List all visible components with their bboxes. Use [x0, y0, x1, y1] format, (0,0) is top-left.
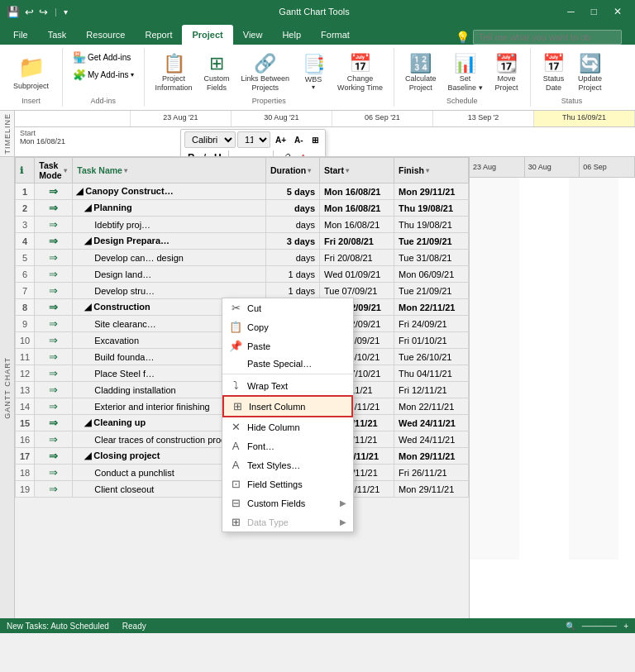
finish-date-cell[interactable]: Thu 19/08/21	[394, 217, 469, 233]
tab-task[interactable]: Task	[38, 25, 77, 45]
finish-date-cell[interactable]: Wed 24/11/21	[394, 415, 469, 431]
finish-date-cell[interactable]: Tue 26/10/21	[394, 349, 469, 365]
tab-file[interactable]: File	[3, 25, 38, 45]
table-row[interactable]: 5⇒Develop can… designdaysFri 20/08/21Tue…	[16, 250, 469, 266]
th-task-name[interactable]: Task Name ▾	[73, 158, 266, 183]
start-date-cell[interactable]: Fri 20/08/21	[320, 250, 394, 266]
finish-date-cell[interactable]: Mon 22/11/21	[394, 299, 469, 316]
project-info-button[interactable]: 📋 ProjectInformation	[151, 50, 197, 95]
finish-date-cell[interactable]: Mon 29/11/21	[394, 481, 469, 498]
duration-cell[interactable]: 1 days	[266, 266, 320, 283]
tab-format[interactable]: Format	[311, 25, 360, 45]
finish-date-cell[interactable]: Thu 04/11/21	[394, 365, 469, 382]
start-date-cell[interactable]: Mon 16/08/21	[320, 183, 394, 200]
underline-button[interactable]: U	[211, 150, 225, 156]
menu-item-field_settings[interactable]: ⊡Field Settings	[222, 474, 353, 493]
duration-cell[interactable]: 3 days	[266, 233, 320, 250]
menu-item-text_styles[interactable]: AText Styles…	[222, 455, 353, 474]
format-more-button[interactable]: ⊞	[308, 131, 322, 148]
finish-date-cell[interactable]: Wed 24/11/21	[394, 431, 469, 448]
italic-button[interactable]: I	[200, 150, 209, 156]
table-row[interactable]: 4⇒◢ Design Prepara…3 daysFri 20/08/21Tue…	[16, 233, 469, 250]
finish-date-cell[interactable]: Thu 19/08/21	[394, 200, 469, 217]
font-size-select[interactable]: 11	[237, 131, 270, 148]
align-center-button[interactable]: ≡	[246, 150, 257, 156]
finish-date-cell[interactable]: Fri 26/11/21	[394, 465, 469, 481]
start-date-cell[interactable]: Fri 20/08/21	[320, 233, 394, 250]
th-finish[interactable]: Finish ▾	[394, 158, 469, 183]
menu-item-cut[interactable]: ✂Cut	[222, 298, 353, 317]
menu-item-custom_fields[interactable]: ⊟Custom Fields▶	[222, 493, 353, 512]
tell-me-area[interactable]: 💡	[446, 30, 632, 45]
duration-cell[interactable]: 5 days	[266, 183, 320, 200]
tab-report[interactable]: Report	[135, 25, 182, 45]
restore-button[interactable]: □	[585, 4, 604, 19]
bold-button[interactable]: B	[184, 150, 198, 156]
task-name-cell[interactable]: ◢ Design Prepara…	[73, 233, 266, 250]
finish-date-cell[interactable]: Mon 22/11/21	[394, 398, 469, 415]
start-date-cell[interactable]: Mon 16/08/21	[320, 217, 394, 233]
th-duration[interactable]: Duration ▾	[266, 158, 320, 183]
redo-icon[interactable]: ↪	[39, 6, 48, 18]
subproject-button[interactable]: 📁 Subproject	[7, 51, 55, 94]
task-name-cell[interactable]: ◢ Planning	[73, 200, 266, 217]
task-name-cell[interactable]: ◢ Canopy Construct…	[73, 183, 266, 200]
finish-date-cell[interactable]: Tue 21/09/21	[394, 283, 469, 299]
custom-fields-button[interactable]: ⊞ CustomFields	[200, 50, 234, 95]
menu-item-hide_column[interactable]: ✕Hide Column	[222, 417, 353, 436]
task-name-cell[interactable]: Develop stru…	[73, 283, 266, 299]
table-row[interactable]: 7⇒Develop stru…1 daysTue 07/09/21Tue 21/…	[16, 283, 469, 299]
finish-date-cell[interactable]: Fri 12/11/21	[394, 382, 469, 398]
th-start[interactable]: Start ▾	[320, 158, 394, 183]
table-row[interactable]: 2⇒◢ PlanningdaysMon 16/08/21Thu 19/08/21	[16, 200, 469, 217]
menu-item-insert_column[interactable]: ⊞Insert Column	[222, 395, 353, 417]
save-icon[interactable]: 💾	[7, 6, 20, 18]
table-row[interactable]: 1⇒◢ Canopy Construct…5 daysMon 16/08/21M…	[16, 183, 469, 200]
finish-date-cell[interactable]: Mon 29/11/21	[394, 183, 469, 200]
duration-cell[interactable]: days	[266, 200, 320, 217]
set-baseline-button[interactable]: 📊 SetBaseline ▾	[443, 50, 486, 95]
undo-icon[interactable]: ↩	[25, 6, 34, 18]
finish-date-cell[interactable]: Fri 24/09/21	[394, 316, 469, 332]
finish-date-cell[interactable]: Mon 29/11/21	[394, 448, 469, 465]
move-project-button[interactable]: 📆 MoveProject	[490, 50, 523, 95]
menu-item-font[interactable]: AFont…	[222, 436, 353, 455]
dropdown-arrow[interactable]: ▾	[64, 7, 68, 17]
finish-date-cell[interactable]: Tue 21/09/21	[394, 233, 469, 250]
wbs-button[interactable]: 📑 WBS ▾	[297, 51, 330, 94]
menu-item-paste[interactable]: 📌Paste	[222, 336, 353, 355]
zoom-slider[interactable]: ──────	[582, 622, 618, 631]
start-date-cell[interactable]: Tue 07/09/21	[320, 283, 394, 299]
status-date-button[interactable]: 📅 StatusDate	[537, 50, 571, 95]
table-row[interactable]: 3⇒Idebtify proj…daysMon 16/08/21Thu 19/0…	[16, 217, 469, 233]
tab-view[interactable]: View	[233, 25, 273, 45]
task-name-cell[interactable]: Idebtify proj…	[73, 217, 266, 233]
menu-item-copy[interactable]: 📋Copy	[222, 317, 353, 336]
duration-cell[interactable]: days	[266, 250, 320, 266]
links-between-button[interactable]: 🔗 Links BetweenProjects	[237, 50, 294, 95]
tab-project[interactable]: Project	[182, 25, 232, 45]
font-select[interactable]: Calibri	[184, 131, 236, 148]
task-name-cell[interactable]: Develop can… design	[73, 250, 266, 266]
font-color-button[interactable]: A	[296, 151, 310, 157]
change-working-time-button[interactable]: 📅 ChangeWorking Time	[333, 50, 387, 95]
decrease-font-button[interactable]: A-	[291, 131, 307, 148]
finish-date-cell[interactable]: Fri 01/10/21	[394, 332, 469, 349]
get-addins-button[interactable]: 🏪 Get Add-ins	[69, 50, 134, 65]
calculate-project-button[interactable]: 🔢 CalculateProject	[401, 50, 441, 95]
increase-font-button[interactable]: A+	[272, 131, 289, 148]
task-name-cell[interactable]: Design land…	[73, 266, 266, 283]
duration-cell[interactable]: days	[266, 217, 320, 233]
highlight-color-button[interactable]: 🖊	[277, 151, 294, 157]
align-right-button[interactable]: ≡	[258, 150, 270, 156]
table-row[interactable]: 6⇒Design land…1 daysWed 01/09/21Mon 06/0…	[16, 266, 469, 283]
tab-help[interactable]: Help	[272, 25, 311, 45]
finish-date-cell[interactable]: Mon 06/09/21	[394, 266, 469, 283]
update-project-button[interactable]: 🔄 UpdateProject	[574, 50, 607, 95]
menu-item-paste_special[interactable]: Paste Special…	[222, 355, 353, 372]
my-addins-button[interactable]: 🧩 My Add-ins ▾	[69, 67, 136, 83]
tell-me-input[interactable]	[473, 30, 622, 45]
duration-cell[interactable]: 1 days	[266, 283, 320, 299]
start-date-cell[interactable]: Wed 01/09/21	[320, 266, 394, 283]
finish-date-cell[interactable]: Tue 31/08/21	[394, 250, 469, 266]
